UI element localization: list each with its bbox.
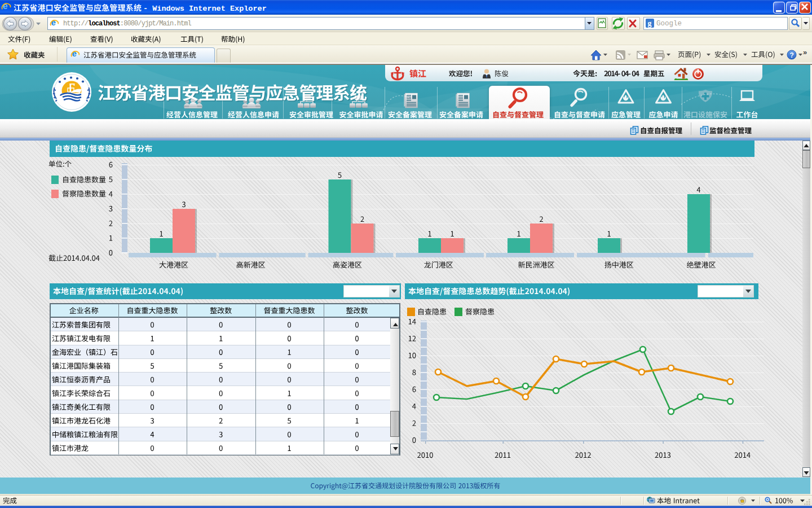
svg-text:g: g xyxy=(648,19,652,28)
svg-text:?: ? xyxy=(790,51,794,59)
svg-text:e: e xyxy=(3,1,8,11)
svg-text:»: » xyxy=(803,48,807,56)
svg-text:Google: Google xyxy=(656,20,682,28)
svg-text:- Windows Internet Explorer: - Windows Internet Explorer xyxy=(143,5,267,13)
svg-text:http://localhost:8080/yjpt/Mai: http://localhost:8080/yjpt/Main.html xyxy=(63,20,192,28)
